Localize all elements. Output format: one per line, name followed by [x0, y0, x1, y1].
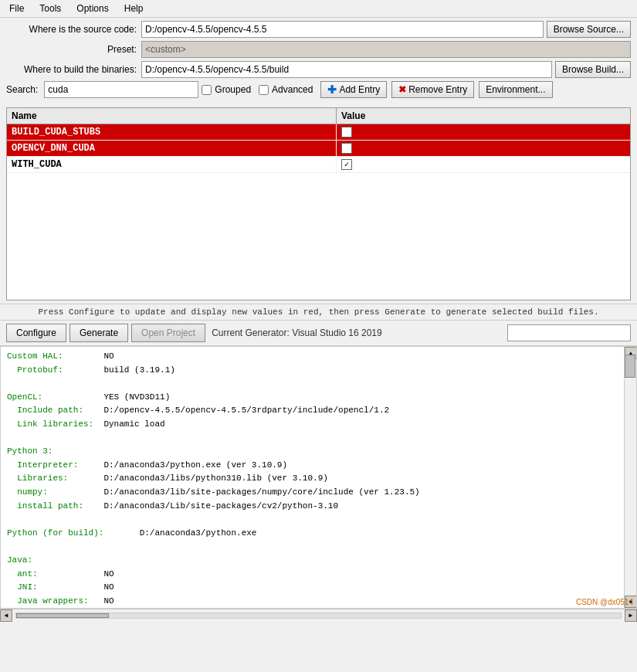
output-line: Interpreter: D:/anaconda3/python.exe (ve… [7, 459, 630, 473]
generator-text: Current Generator: Visual Studio 16 2019 [212, 328, 382, 338]
configure-button[interactable]: Configure [6, 324, 66, 342]
preset-input [141, 41, 631, 58]
output-line: Custom HAL: NO [7, 350, 630, 364]
cmake-table: Name Value BUILD_CUDA_STUBS OPENCV_DNN_C… [6, 107, 631, 300]
output-line: Java: [7, 554, 630, 568]
table-header: Name Value [7, 108, 630, 124]
plus-icon: ✚ [327, 83, 337, 96]
output-line: install path: D:/anaconda3/Lib/site-pack… [7, 500, 630, 514]
output-line: Python 3: [7, 445, 630, 459]
table-body: BUILD_CUDA_STUBS OPENCV_DNN_CUDA ✓ WITH_… [7, 124, 630, 297]
output-line: Include path: D:/opencv-4.5.5/opencv-4.5… [7, 404, 630, 418]
grouped-label: Grouped [215, 84, 251, 95]
search-row: Search: Grouped Advanced ✚ Add Entry ✖ R… [6, 81, 631, 98]
watermark: CSDN @dx0514 [576, 598, 633, 606]
remove-entry-label: Remove Entry [408, 84, 467, 95]
table-row[interactable]: OPENCV_DNN_CUDA ✓ [7, 141, 630, 157]
grouped-checkbox-group: Grouped [202, 84, 251, 95]
add-entry-button[interactable]: ✚ Add Entry [320, 81, 387, 98]
output-scroll[interactable]: Custom HAL: NO Protobuf: build (3.19.1) … [1, 347, 636, 608]
cell-name: WITH_CUDA [7, 157, 337, 172]
environment-button[interactable]: Environment... [479, 81, 552, 98]
cell-name: BUILD_CUDA_STUBS [7, 124, 337, 140]
table-row[interactable]: WITH_CUDA ✓ [7, 157, 630, 173]
preset-row: Preset: [6, 41, 631, 58]
generate-button[interactable]: Generate [69, 324, 128, 342]
checkbox-icon: ✓ [341, 159, 352, 170]
browse-build-button[interactable]: Browse Build... [555, 61, 631, 78]
open-project-button[interactable]: Open Project [131, 324, 205, 342]
build-label: Where to build the binaries: [6, 64, 141, 75]
add-entry-label: Add Entry [339, 84, 380, 95]
scroll-left-arrow[interactable]: ◀ [0, 609, 12, 622]
output-line [7, 513, 630, 527]
source-row: Where is the source code: Browse Source.… [6, 21, 631, 38]
top-section: Where is the source code: Browse Source.… [0, 18, 637, 104]
horizontal-scrollbar[interactable]: ◀ ▶ [0, 609, 637, 621]
h-scroll-thumb[interactable] [16, 613, 109, 618]
browse-source-button[interactable]: Browse Source... [547, 21, 631, 38]
table-row[interactable]: BUILD_CUDA_STUBS [7, 124, 630, 141]
col-value-header: Value [337, 108, 630, 124]
source-label: Where is the source code: [6, 24, 141, 35]
advanced-label: Advanced [272, 84, 313, 95]
preset-label: Preset: [6, 44, 141, 55]
status-bar: Press Configure to update and display ne… [0, 304, 637, 320]
h-scroll-track [15, 613, 622, 619]
build-input[interactable] [141, 61, 552, 78]
scroll-thumb[interactable] [625, 355, 635, 378]
cell-value: ✓ [337, 157, 630, 172]
cell-value: ✓ [337, 141, 630, 156]
output-line: numpy: D:/anaconda3/lib/site-packages/nu… [7, 486, 630, 500]
output-line: JNI: NO [7, 581, 630, 595]
output-line: Java wrappers: NO [7, 595, 630, 608]
cell-name: OPENCV_DNN_CUDA [7, 141, 337, 156]
output-line [7, 377, 630, 391]
search-label: Search: [6, 84, 38, 95]
advanced-checkbox-group: Advanced [259, 84, 313, 95]
col-name-header: Name [7, 108, 337, 124]
x-icon: ✖ [398, 84, 406, 95]
remove-entry-button[interactable]: ✖ Remove Entry [391, 81, 474, 98]
output-line: Protobuf: build (3.19.1) [7, 364, 630, 378]
output-line: Python (for build): D:/anaconda3/python.… [7, 527, 630, 541]
output-section: Custom HAL: NO Protobuf: build (3.19.1) … [0, 346, 637, 609]
build-row: Where to build the binaries: Browse Buil… [6, 61, 631, 78]
menu-options[interactable]: Options [73, 2, 111, 15]
output-line: OpenCL: YES (NVD3D11) [7, 391, 630, 405]
menubar: File Tools Options Help [0, 0, 637, 18]
checkbox-icon [341, 127, 352, 137]
search-input[interactable] [44, 81, 198, 98]
menu-tools[interactable]: Tools [36, 2, 64, 15]
source-input[interactable] [141, 21, 544, 38]
advanced-checkbox[interactable] [259, 85, 269, 95]
progress-bar [507, 324, 631, 341]
output-line: Libraries: D:/anaconda3/libs/python310.l… [7, 472, 630, 486]
checkbox-icon: ✓ [341, 143, 352, 154]
menu-file[interactable]: File [6, 2, 27, 15]
output-line [7, 540, 630, 554]
output-line: ant: NO [7, 568, 630, 582]
cell-value [337, 124, 630, 140]
vertical-scrollbar[interactable]: ▲ ▼ [624, 347, 636, 608]
scroll-right-arrow[interactable]: ▶ [625, 609, 637, 622]
action-bar: Configure Generate Open Project Current … [0, 320, 637, 346]
output-line [7, 432, 630, 446]
menu-help[interactable]: Help [121, 2, 147, 15]
output-line: Link libraries: Dynamic load [7, 418, 630, 432]
grouped-checkbox[interactable] [202, 85, 212, 95]
